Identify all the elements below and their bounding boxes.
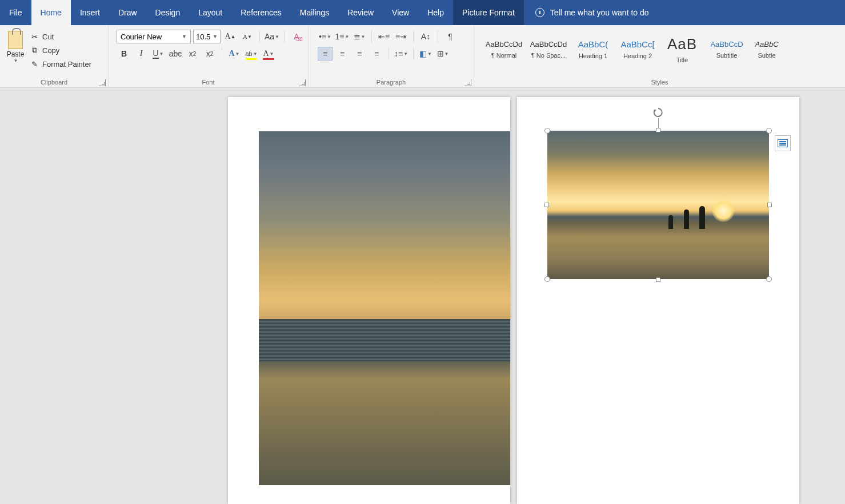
grow-font-button[interactable]: A▲ xyxy=(223,30,238,43)
underline-button[interactable]: U▼ xyxy=(151,47,166,61)
tell-me-search[interactable]: Tell me what you want to do xyxy=(535,0,649,25)
multilevel-button[interactable]: ≣▼ xyxy=(352,30,367,43)
style-subtle[interactable]: AaBbCSubtle xyxy=(750,30,784,68)
line-spacing-button[interactable]: ↕≡▼ xyxy=(394,47,409,61)
align-left-button[interactable]: ≡ xyxy=(318,47,333,61)
resize-handle-bm[interactable] xyxy=(656,277,660,282)
silhouette xyxy=(668,215,673,229)
clipboard-launcher[interactable] xyxy=(99,79,106,86)
font-group-label: Font xyxy=(109,79,308,87)
sunset-image-1 xyxy=(259,131,510,485)
paragraph-launcher[interactable] xyxy=(464,79,471,86)
strikethrough-button[interactable]: abc xyxy=(168,47,183,61)
style-heading2[interactable]: AaBbCc[Heading 2 xyxy=(616,30,659,68)
chevron-down-icon: ▼ xyxy=(14,58,18,63)
copy-button[interactable]: ⧉ Copy xyxy=(27,45,94,56)
font-name-combo[interactable]: Courier New ▼ xyxy=(117,30,191,43)
tab-insert[interactable]: Insert xyxy=(71,0,109,25)
align-center-button[interactable]: ≡ xyxy=(335,47,350,61)
silhouette xyxy=(699,206,705,229)
superscript-button[interactable]: x2 xyxy=(202,47,217,61)
shading-button[interactable]: ◧▼ xyxy=(418,47,433,61)
paragraph-group-label: Paragraph xyxy=(309,79,474,87)
text-effects-button[interactable]: A▼ xyxy=(227,47,242,61)
chevron-down-icon: ▼ xyxy=(213,34,218,39)
page-1[interactable] xyxy=(228,97,510,504)
format-painter-label: Format Painter xyxy=(42,60,91,68)
silhouette xyxy=(684,209,689,229)
picture-1[interactable] xyxy=(259,131,510,485)
picture-2-selected[interactable] xyxy=(547,131,769,279)
borders-button[interactable]: ⊞▼ xyxy=(435,47,450,61)
format-painter-button[interactable]: ✎ Format Painter xyxy=(27,58,94,70)
font-size-combo[interactable]: 10.5 ▼ xyxy=(193,30,221,43)
clear-formatting-button[interactable]: A⌫ xyxy=(289,30,304,43)
font-name-value: Courier New xyxy=(121,33,162,41)
resize-handle-tm[interactable] xyxy=(656,128,660,132)
font-size-value: 10.5 xyxy=(196,33,210,41)
sort-button[interactable]: A↕ xyxy=(418,30,433,43)
copy-label: Copy xyxy=(42,46,59,55)
style-heading1[interactable]: AaBbC(Heading 1 xyxy=(571,30,615,68)
sunset-image-2 xyxy=(547,131,769,279)
font-color-button[interactable]: A▼ xyxy=(261,47,276,61)
group-styles: AaBbCcDd¶ Normal AaBbCcDd¶ No Spac... Aa… xyxy=(474,25,845,87)
justify-button[interactable]: ≡ xyxy=(369,47,384,61)
page-2[interactable] xyxy=(517,97,799,504)
tab-draw[interactable]: Draw xyxy=(109,0,146,25)
subscript-button[interactable]: x2 xyxy=(185,47,200,61)
tab-help[interactable]: Help xyxy=(418,0,453,25)
tab-references[interactable]: References xyxy=(231,0,291,25)
cut-label: Cut xyxy=(42,33,54,41)
clipboard-group-label: Clipboard xyxy=(0,79,108,87)
tab-home[interactable]: Home xyxy=(31,0,71,25)
style-normal[interactable]: AaBbCcDd¶ Normal xyxy=(482,30,526,68)
scissors-icon: ✂ xyxy=(30,32,39,41)
resize-handle-ml[interactable] xyxy=(544,203,549,207)
layout-options-icon xyxy=(778,139,788,147)
tab-layout[interactable]: Layout xyxy=(189,0,231,25)
italic-button[interactable]: I xyxy=(134,47,149,61)
bold-button[interactable]: B xyxy=(117,47,131,61)
bullets-button[interactable]: •≡▼ xyxy=(318,30,333,43)
resize-handle-br[interactable] xyxy=(766,276,772,282)
increase-indent-button[interactable]: ≡⇥ xyxy=(394,30,409,43)
resize-handle-tr[interactable] xyxy=(766,128,772,134)
group-font: Courier New ▼ 10.5 ▼ A▲ A▼ Aa▼ A⌫ B xyxy=(109,25,309,87)
ribbon-tabs: File Home Insert Draw Design Layout Refe… xyxy=(0,0,845,25)
highlight-button[interactable]: ab▼ xyxy=(244,47,259,61)
layout-options-button[interactable] xyxy=(775,135,791,151)
resize-handle-tl[interactable] xyxy=(544,128,550,134)
decrease-indent-button[interactable]: ⇤≡ xyxy=(377,30,391,43)
lightbulb-icon xyxy=(535,8,544,17)
copy-icon: ⧉ xyxy=(30,46,39,55)
tell-me-label: Tell me what you want to do xyxy=(550,8,649,17)
cut-button[interactable]: ✂ Cut xyxy=(27,31,94,42)
paste-button[interactable]: Paste ▼ xyxy=(3,27,27,63)
change-case-button[interactable]: Aa▼ xyxy=(265,30,279,43)
chevron-down-icon: ▼ xyxy=(182,34,187,39)
ribbon: Paste ▼ ✂ Cut ⧉ Copy ✎ Format Painter Cl… xyxy=(0,25,845,88)
style-title[interactable]: AaBTitle xyxy=(660,30,704,68)
styles-gallery[interactable]: AaBbCcDd¶ Normal AaBbCcDd¶ No Spac... Aa… xyxy=(478,27,788,71)
style-no-spacing[interactable]: AaBbCcDd¶ No Spac... xyxy=(527,30,570,68)
numbering-button[interactable]: 1≡▼ xyxy=(335,30,350,43)
tab-mailings[interactable]: Mailings xyxy=(291,0,338,25)
group-clipboard: Paste ▼ ✂ Cut ⧉ Copy ✎ Format Painter Cl… xyxy=(0,25,109,87)
resize-handle-mr[interactable] xyxy=(767,203,772,207)
tab-picture-format[interactable]: Picture Format xyxy=(453,0,524,25)
paste-label: Paste xyxy=(7,50,25,58)
rotate-handle[interactable] xyxy=(652,107,664,118)
style-subtitle[interactable]: AaBbCcDSubtitle xyxy=(705,30,748,68)
tab-design[interactable]: Design xyxy=(146,0,190,25)
font-launcher[interactable] xyxy=(299,79,306,86)
shrink-font-button[interactable]: A▼ xyxy=(240,30,255,43)
tab-review[interactable]: Review xyxy=(338,0,383,25)
align-right-button[interactable]: ≡ xyxy=(352,47,367,61)
tab-file[interactable]: File xyxy=(0,0,31,25)
document-canvas[interactable] xyxy=(0,88,845,504)
rotate-stem xyxy=(658,118,659,128)
show-marks-button[interactable]: ¶ xyxy=(443,30,458,43)
tab-view[interactable]: View xyxy=(383,0,418,25)
resize-handle-bl[interactable] xyxy=(544,276,550,282)
